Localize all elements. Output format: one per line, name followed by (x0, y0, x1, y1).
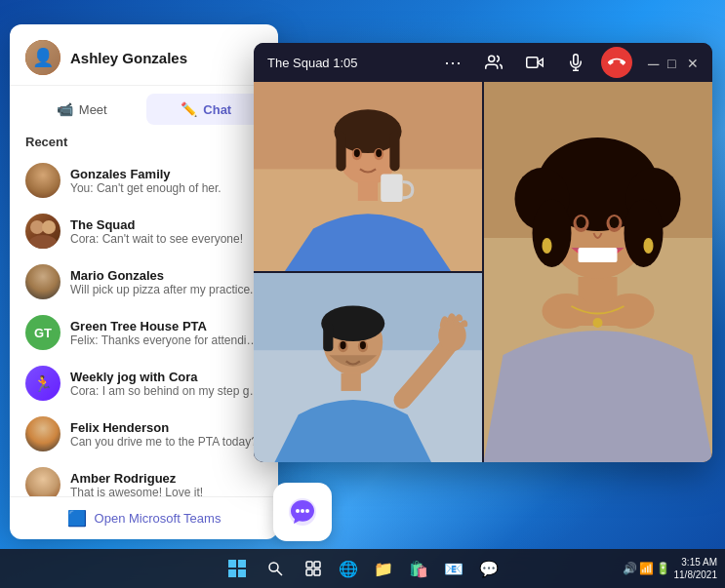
svg-rect-55 (228, 560, 236, 568)
svg-point-54 (305, 509, 309, 513)
store-icon[interactable]: 🛍️ (404, 554, 433, 583)
svg-point-28 (341, 341, 346, 349)
svg-rect-62 (314, 562, 320, 568)
file-explorer-icon[interactable]: 📁 (369, 554, 398, 583)
svg-rect-30 (342, 373, 361, 391)
start-button[interactable] (222, 554, 252, 583)
teams-chat-float-icon[interactable] (273, 483, 332, 541)
tab-chat[interactable]: ✏️ Chat (146, 94, 267, 125)
end-call-button[interactable] (601, 47, 632, 78)
chat-name: Gonzales Family (70, 167, 262, 181)
svg-rect-64 (314, 569, 320, 575)
avatar-green-tree: GT (25, 315, 60, 350)
svg-rect-24 (323, 324, 333, 351)
tab-meet[interactable]: 📹 Meet (21, 94, 142, 125)
chat-name: Amber Rodriguez (70, 471, 262, 486)
svg-point-1 (42, 220, 56, 234)
svg-rect-48 (579, 248, 618, 262)
chat-preview: Cora: I am so behind on my step goals. (70, 384, 262, 398)
video-grid (254, 82, 712, 462)
svg-point-59 (269, 563, 278, 571)
teams-logo-icon: 🟦 (67, 509, 87, 528)
mail-icon[interactable]: 📧 (439, 554, 468, 583)
svg-point-41 (624, 199, 664, 267)
call-controls: ⋯ (437, 47, 632, 78)
chat-item-felix-henderson[interactable]: Felix Henderson Can you drive me to the … (10, 409, 278, 459)
svg-point-40 (533, 199, 572, 267)
taskbar-right: 🔊 📶 🔋 3:15 AM 11/8/2021 (623, 556, 718, 581)
open-teams-button[interactable]: 🟦 Open Microsoft Teams (10, 496, 278, 539)
taskbar-center: 🌐 📁 🛍️ 📧 💬 (222, 554, 503, 583)
svg-rect-57 (228, 569, 236, 577)
user-name: Ashley Gonzales (70, 50, 187, 66)
svg-point-47 (610, 216, 620, 228)
chat-item-the-squad[interactable]: The Squad Cora: Can't wait to see everyo… (10, 206, 278, 256)
chat-edit-icon: ✏️ (181, 101, 197, 117)
svg-point-49 (593, 318, 603, 328)
svg-point-43 (644, 238, 654, 254)
chat-preview: You: Can't get enough of her. (70, 181, 262, 195)
svg-rect-13 (389, 132, 399, 172)
chat-item-gonzales-family[interactable]: Gonzales Family You: Can't get enough of… (10, 155, 278, 206)
svg-point-42 (543, 238, 552, 254)
camera-button[interactable] (519, 47, 550, 78)
avatar-gonzales-family (25, 163, 60, 198)
close-button[interactable]: ✕ (687, 57, 699, 68)
avatar-the-squad (25, 214, 60, 249)
svg-point-0 (30, 220, 44, 234)
chat-preview: Can you drive me to the PTA today? (70, 435, 262, 449)
chat-item-amber-rodriguez[interactable]: Amber Rodriguez That is awesome! Love it… (10, 459, 278, 496)
edge-icon[interactable]: 🌐 (334, 554, 363, 583)
maximize-button[interactable]: □ (667, 57, 679, 68)
taskbar: 🌐 📁 🛍️ 📧 💬 🔊 📶 🔋 3:15 AM 11/8/2021 (0, 549, 725, 588)
svg-point-53 (301, 509, 304, 513)
svg-rect-12 (336, 132, 345, 172)
avatar-felix-henderson (25, 416, 60, 451)
chat-name: The Squad (70, 217, 262, 232)
network-icon[interactable]: 📶 (639, 562, 654, 575)
svg-point-18 (376, 149, 382, 157)
minimize-button[interactable]: ─ (648, 57, 660, 68)
video-call-title: The Squad 1:05 (267, 56, 358, 70)
video-cell-person2 (254, 273, 482, 462)
svg-point-46 (577, 216, 586, 228)
teams-taskbar-icon[interactable]: 💬 (474, 554, 503, 583)
chat-name: Green Tree House PTA (70, 319, 262, 333)
tab-bar: 📹 Meet ✏️ Chat (10, 86, 278, 125)
mic-button[interactable] (560, 47, 591, 78)
taskview-button[interactable] (299, 554, 328, 583)
chat-item-green-tree[interactable]: GT Green Tree House PTA Felix: Thanks ev… (10, 307, 278, 358)
chat-item-mario-gonzales[interactable]: Mario Gonzales Will pick up pizza after … (10, 256, 278, 307)
chat-name: Felix Henderson (70, 420, 262, 435)
user-avatar (25, 40, 60, 75)
people-button[interactable] (478, 47, 509, 78)
svg-point-29 (360, 341, 366, 349)
teams-panel: Ashley Gonzales 📹 Meet ✏️ Chat Recent Go… (10, 24, 278, 539)
chat-name: Weekly jog with Cora (70, 370, 262, 384)
svg-point-2 (29, 235, 57, 249)
svg-marker-4 (538, 59, 543, 66)
svg-rect-63 (306, 569, 312, 575)
system-tray: 🔊 📶 🔋 (623, 562, 670, 575)
avatar-mario-gonzales (25, 264, 60, 299)
video-call-window: The Squad 1:05 ⋯ (254, 43, 712, 462)
video-titlebar: The Squad 1:05 ⋯ (254, 43, 712, 82)
chat-name: Mario Gonzales (70, 268, 262, 283)
chat-preview: Will pick up pizza after my practice. (70, 283, 262, 296)
svg-line-60 (277, 570, 282, 575)
svg-point-3 (489, 56, 495, 61)
svg-rect-58 (238, 569, 246, 577)
search-button[interactable] (258, 554, 293, 583)
svg-rect-14 (381, 174, 402, 201)
chat-item-weekly-jog[interactable]: 🏃 Weekly jog with Cora Cora: I am so beh… (10, 358, 278, 409)
system-clock[interactable]: 3:15 AM 11/8/2021 (674, 556, 718, 581)
svg-rect-19 (358, 181, 378, 201)
window-controls: ─ □ ✕ (648, 57, 699, 68)
video-cell-person1 (254, 82, 482, 271)
avatar-weekly-jog: 🏃 (25, 366, 60, 401)
chat-preview: Cora: Can't wait to see everyone! (70, 232, 262, 246)
teams-icon-svg (283, 492, 322, 531)
battery-icon[interactable]: 🔋 (656, 562, 670, 575)
volume-icon[interactable]: 🔊 (623, 562, 637, 575)
more-options-button[interactable]: ⋯ (437, 47, 468, 78)
